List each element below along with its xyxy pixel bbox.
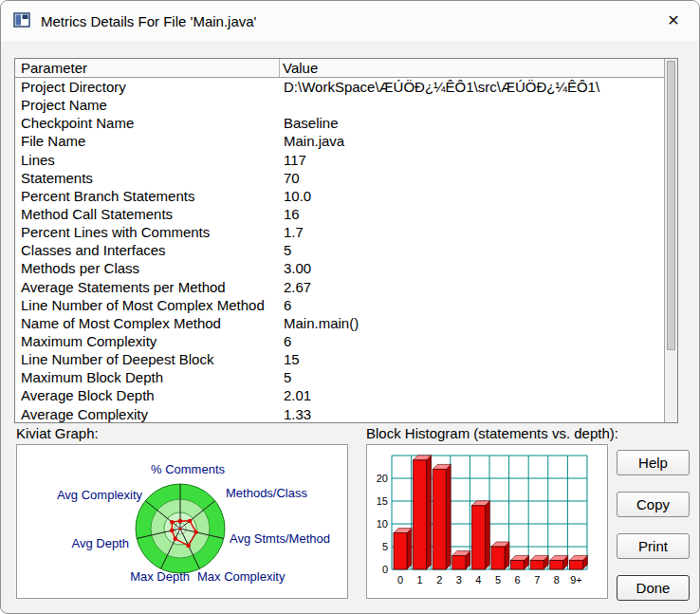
svg-text:3: 3 <box>456 574 462 586</box>
param-cell: Methods per Class <box>15 259 281 277</box>
svg-text:10: 10 <box>377 518 388 530</box>
kiviat-axis-comments: % Comments <box>151 462 226 476</box>
table-row[interactable]: Line Number of Most Complex Method 6 <box>15 296 664 314</box>
kiviat-graph: % Comments Methods/Class Avg Stmts/Metho… <box>16 444 348 599</box>
svg-text:7: 7 <box>534 574 540 586</box>
value-cell: Baseline <box>281 114 664 132</box>
value-cell: 1.7 <box>281 223 664 241</box>
copy-button[interactable]: Copy <box>617 492 690 517</box>
value-cell: 5 <box>281 368 664 386</box>
value-cell: 5 <box>281 241 664 259</box>
value-cell: D:\WorkSpace\ÆÚÖÐ¿¼ÊÔ1\src\ÆÚÖÐ¿¼ÊÔ1\ <box>281 78 664 96</box>
table-row[interactable]: Average Complexity 1.33 <box>15 405 664 422</box>
table-row[interactable]: Average Block Depth 2.01 <box>15 386 664 404</box>
kiviat-axis-max-depth: Max Depth <box>130 569 190 584</box>
scrollbar-thumb[interactable] <box>667 61 675 350</box>
value-cell: 2.67 <box>281 278 664 296</box>
param-cell: Statements <box>15 169 281 187</box>
table-row[interactable]: Classes and Interfaces 5 <box>15 241 664 259</box>
metrics-table: Parameter Value Project Directory D:\Wor… <box>14 58 678 423</box>
table-row[interactable]: Checkpoint Name Baseline <box>15 114 664 132</box>
kiviat-axis-avg-stmts: Avg Stmts/Method <box>230 531 330 546</box>
close-icon[interactable]: ✕ <box>657 7 690 35</box>
svg-text:5: 5 <box>495 574 501 586</box>
table-row[interactable]: Percent Branch Statements 10.0 <box>15 187 664 205</box>
svg-text:0: 0 <box>397 574 403 586</box>
svg-text:9+: 9+ <box>570 574 582 586</box>
block-histogram-label: Block Histogram (statements vs. depth): <box>366 425 618 441</box>
help-button[interactable]: Help <box>617 450 690 475</box>
column-header-value[interactable]: Value <box>280 59 677 77</box>
value-cell: 2.01 <box>281 386 664 404</box>
svg-text:0: 0 <box>382 564 388 575</box>
param-cell: Name of Most Complex Method <box>15 314 281 332</box>
value-cell: 10.0 <box>281 187 664 205</box>
svg-text:4: 4 <box>475 574 481 586</box>
value-cell: Main.java <box>281 132 664 150</box>
kiviat-axis-methods-class: Methods/Class <box>226 486 307 500</box>
kiviat-graph-label: Kiviat Graph: <box>16 425 99 441</box>
svg-text:6: 6 <box>515 574 521 586</box>
table-row[interactable]: Methods per Class 3.00 <box>15 259 664 277</box>
kiviat-svg: % Comments Methods/Class Avg Stmts/Metho… <box>17 445 347 598</box>
param-cell: Lines <box>15 151 281 169</box>
column-header-parameter[interactable]: Parameter <box>15 59 280 77</box>
param-cell: Percent Branch Statements <box>15 187 281 205</box>
param-cell: Checkpoint Name <box>15 114 281 132</box>
svg-text:2: 2 <box>436 574 442 586</box>
svg-text:15: 15 <box>377 495 388 507</box>
window-title: Metrics Details For File 'Main.java' <box>41 13 256 29</box>
value-cell: 3.00 <box>281 259 664 277</box>
table-row[interactable]: Method Call Statements 16 <box>15 205 664 223</box>
value-cell: Main.main() <box>281 314 664 332</box>
kiviat-axis-avg-complexity: Avg Complexity <box>57 488 143 502</box>
param-cell: Maximum Complexity <box>15 332 281 350</box>
param-cell: Average Complexity <box>15 405 281 422</box>
svg-text:8: 8 <box>554 574 560 586</box>
param-cell: Line Number of Deepest Block <box>15 350 281 368</box>
kiviat-axis-avg-depth: Avg Depth <box>72 536 129 550</box>
param-cell: Maximum Block Depth <box>15 368 281 386</box>
table-body: Project Directory D:\WorkSpace\ÆÚÖÐ¿¼ÊÔ1… <box>15 78 664 422</box>
table-header: Parameter Value <box>15 59 677 78</box>
param-cell: Method Call Statements <box>15 205 281 223</box>
kiviat-axis-max-complexity: Max Complexity <box>197 569 286 584</box>
value-cell: 15 <box>281 350 664 368</box>
table-row[interactable]: Maximum Block Depth 5 <box>15 368 664 386</box>
value-cell: 117 <box>281 151 664 169</box>
param-cell: Average Block Depth <box>15 386 281 404</box>
done-button[interactable]: Done <box>617 575 690 601</box>
param-cell: File Name <box>15 132 281 150</box>
value-cell: 16 <box>281 205 664 223</box>
block-histogram: 051015200123456789+ <box>366 444 608 599</box>
table-row[interactable]: Percent Lines with Comments 1.7 <box>15 223 664 241</box>
value-cell: 6 <box>281 296 664 314</box>
param-cell: Project Name <box>15 96 281 114</box>
param-cell: Project Directory <box>15 78 281 96</box>
table-row[interactable]: Lines 117 <box>15 151 664 169</box>
table-row[interactable]: Maximum Complexity 6 <box>15 332 664 350</box>
param-cell: Percent Lines with Comments <box>15 223 281 241</box>
table-row[interactable]: Project Name <box>15 96 664 114</box>
vertical-scrollbar[interactable] <box>664 59 677 422</box>
app-icon <box>13 12 32 29</box>
table-row[interactable]: Line Number of Deepest Block 15 <box>15 350 664 368</box>
table-row[interactable]: Project Directory D:\WorkSpace\ÆÚÖÐ¿¼ÊÔ1… <box>15 78 664 96</box>
svg-text:1: 1 <box>417 574 423 586</box>
titlebar: Metrics Details For File 'Main.java' ✕ <box>1 1 699 41</box>
table-row[interactable]: Statements 70 <box>15 169 664 187</box>
value-cell: 6 <box>281 332 664 350</box>
table-row[interactable]: Name of Most Complex Method Main.main() <box>15 314 664 332</box>
histogram-svg: 051015200123456789+ <box>367 445 607 598</box>
print-button[interactable]: Print <box>617 533 690 559</box>
table-row[interactable]: Average Statements per Method 2.67 <box>15 278 664 296</box>
value-cell <box>281 96 664 114</box>
value-cell: 70 <box>281 169 664 187</box>
param-cell: Line Number of Most Complex Method <box>15 296 281 314</box>
value-cell: 1.33 <box>281 405 664 422</box>
metrics-details-dialog: Metrics Details For File 'Main.java' ✕ P… <box>0 0 700 614</box>
svg-text:20: 20 <box>377 473 388 484</box>
table-row[interactable]: File Name Main.java <box>15 132 664 150</box>
param-cell: Classes and Interfaces <box>15 241 281 259</box>
param-cell: Average Statements per Method <box>15 278 281 296</box>
